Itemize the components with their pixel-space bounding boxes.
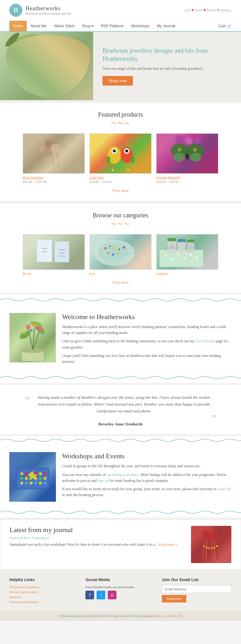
site-name: Heatherworks (25, 5, 71, 12)
svg-line-38 (127, 163, 128, 170)
category-name-supplies[interactable]: Supplies (156, 272, 218, 275)
svg-point-109 (39, 472, 42, 475)
svg-point-44 (195, 137, 202, 144)
butterfly-illustration (164, 135, 211, 172)
footer-link-payment[interactable]: Payment and Returns (9, 600, 79, 604)
signup-link[interactable]: sign up (98, 478, 108, 483)
svg-point-53 (193, 148, 197, 152)
svg-line-15 (40, 82, 42, 93)
category-name-kits[interactable]: Kits (89, 272, 152, 275)
svg-point-70 (107, 252, 109, 254)
product-name-0[interactable]: Bella Necklace (23, 175, 85, 179)
svg-point-7 (38, 58, 49, 86)
svg-rect-35 (131, 157, 134, 163)
wavy-svg-mid (0, 375, 241, 381)
workshops-text: Workshops and Events I teach to groups i… (62, 452, 232, 500)
email-address-input[interactable] (162, 585, 232, 593)
svg-point-87 (173, 247, 175, 249)
hero-subtitle: View our range of kits and books that ar… (102, 66, 232, 71)
twitter-icon[interactable]: t (97, 591, 105, 599)
product-image-bella (23, 133, 85, 174)
love-icon: ♥ (191, 8, 194, 12)
nav-journal[interactable]: My Journal (153, 21, 179, 31)
facebook-icon[interactable]: f (85, 591, 94, 599)
product-image-owl (89, 133, 152, 174)
nav-home[interactable]: Home (9, 21, 27, 31)
nav-pdf[interactable]: PDF Patterns (97, 21, 127, 31)
product-item-1: Little Owl £16.00 – £24.50 (89, 133, 152, 184)
view-more-categories-link[interactable]: View more (112, 280, 129, 285)
categories-section: Browse our categories 〜〜〜 Albion Stitch … (0, 204, 241, 293)
hero-illustration (0, 32, 87, 94)
cart-label: Cart (218, 24, 225, 28)
svg-rect-83 (178, 239, 186, 242)
svg-point-139 (216, 545, 218, 547)
read-more-link[interactable]: Read more » (158, 542, 177, 547)
free-patterns-link[interactable]: Free Patterns (195, 339, 215, 343)
featured-post-label: Featured Post: Samarkand (10, 536, 185, 540)
footer-link-privacy[interactable]: Privacy and Security (9, 590, 79, 594)
svg-point-69 (123, 246, 125, 249)
svg-point-71 (112, 253, 114, 256)
svg-point-115 (39, 477, 42, 480)
wavy-divider-post-workshop (0, 508, 241, 518)
supplies-illustration (157, 234, 206, 269)
upcoming-workshops-link[interactable]: upcoming workshops (107, 473, 139, 477)
svg-point-100 (22, 330, 25, 334)
journal-image (191, 526, 231, 563)
books-illustration: Albion Stitch Albion Stitch Book Two (29, 235, 79, 269)
love-icon2: ♥ (203, 8, 206, 12)
svg-rect-81 (167, 238, 176, 241)
svg-point-39 (111, 169, 114, 171)
categories-grid: Albion Stitch Albion Stitch Book Two Boo… (9, 234, 232, 275)
product-name-2[interactable]: October Butterfly (156, 175, 218, 179)
svg-point-74 (165, 254, 167, 257)
svg-line-133 (216, 539, 218, 560)
designer-link[interactable]: Love Creative UK (159, 614, 182, 618)
svg-point-32 (113, 149, 116, 153)
featured-products-title: Featured products (9, 111, 232, 118)
shop-now-button[interactable]: Shop now (102, 76, 133, 86)
nav-albion[interactable]: Albion Stitch (50, 21, 78, 31)
svg-line-132 (214, 539, 215, 561)
bella-illustration (30, 135, 77, 172)
footer-link-delivery[interactable]: Delivery (9, 595, 79, 599)
svg-point-125 (209, 530, 214, 533)
nav-shop[interactable]: Shop ▾ (78, 21, 97, 31)
nav-links: Home About Me Albion Stitch Shop ▾ PDF P… (9, 21, 179, 31)
svg-point-8 (39, 62, 42, 64)
svg-point-67 (113, 246, 116, 249)
nav-workshops[interactable]: Workshops (127, 21, 153, 31)
svg-line-18 (47, 82, 49, 93)
main-nav: Home About Me Albion Stitch Shop ▾ PDF P… (0, 21, 241, 32)
wavy-divider-mid (0, 373, 241, 383)
svg-line-130 (209, 539, 209, 562)
product-name-1[interactable]: Little Owl (89, 175, 152, 179)
svg-point-79 (196, 256, 198, 259)
testimonial-quote: Having made a number of Heather's design… (32, 394, 216, 415)
svg-line-131 (211, 539, 212, 562)
category-image-kits (89, 234, 152, 270)
social-icons: f t ⊙ (85, 591, 155, 599)
hero-image (0, 32, 93, 100)
hero-content: Beadwork jewellery designs and kits from… (93, 32, 241, 100)
testimonial-author: Beverley-Anne Trenberth (16, 422, 225, 427)
hero-section: Beadwork jewellery designs and kits from… (0, 32, 241, 100)
nav-about[interactable]: About Me (27, 21, 50, 31)
kits-illustration (90, 234, 139, 269)
svg-point-111 (20, 477, 23, 480)
svg-point-10 (45, 62, 48, 64)
cart-area[interactable]: Cart 🛒 (218, 24, 232, 28)
subscribe-button[interactable]: Subscribe (162, 595, 186, 602)
footer-link-terms[interactable]: Terms and Conditions (9, 585, 79, 589)
svg-line-128 (203, 539, 205, 560)
view-more-products-link[interactable]: View more (112, 189, 129, 193)
email-link[interactable]: email me (217, 487, 231, 491)
wear-text: ... (229, 8, 232, 12)
svg-text:Stitch: Stitch (42, 250, 47, 253)
footer-bottom: © Heather Kingsley-Heath 2014-2019. All … (0, 611, 241, 621)
owl-illustration (97, 135, 144, 172)
featured-products-section: Featured products 〜〜〜 Bella Necklace £85… (0, 103, 241, 201)
category-name-books[interactable]: Books (23, 272, 85, 275)
instagram-icon[interactable]: ⊙ (108, 591, 116, 599)
